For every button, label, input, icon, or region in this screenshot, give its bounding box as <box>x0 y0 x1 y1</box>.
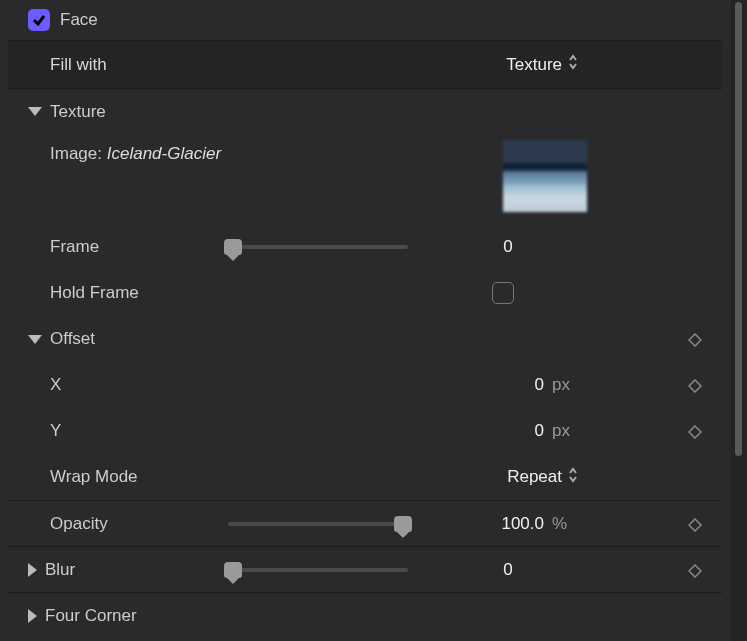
offset-x-row: X 0 px <box>8 362 722 408</box>
opacity-slider[interactable] <box>228 522 408 526</box>
disclosure-right-icon[interactable] <box>28 563 37 577</box>
vertical-scrollbar[interactable] <box>731 0 747 641</box>
slider-thumb-icon <box>394 516 412 532</box>
popup-arrows-icon <box>568 467 578 488</box>
frame-value[interactable]: 0 <box>438 237 578 257</box>
frame-row: Frame 0 <box>8 224 722 270</box>
wrap-mode-row: Wrap Mode Repeat <box>8 454 722 500</box>
svg-marker-4 <box>689 565 701 577</box>
keyframe-icon[interactable] <box>688 517 702 531</box>
fill-with-label: Fill with <box>50 55 107 75</box>
blur-slider[interactable] <box>228 568 408 572</box>
popup-arrows-icon <box>568 54 578 75</box>
offset-x-unit: px <box>552 375 578 395</box>
hold-frame-row: Hold Frame <box>8 270 722 316</box>
slider-thumb-icon <box>224 239 242 255</box>
four-corner-row[interactable]: Four Corner <box>8 592 722 638</box>
fill-with-value: Texture <box>506 55 562 75</box>
keyframe-icon[interactable] <box>688 563 702 577</box>
offset-y-value[interactable]: 0 <box>535 421 544 441</box>
four-corner-label: Four Corner <box>45 606 137 626</box>
image-row: Image: Iceland-Glacier <box>8 134 722 224</box>
hold-frame-checkbox[interactable] <box>492 282 514 304</box>
offset-header-row[interactable]: Offset <box>8 316 722 362</box>
slider-thumb-icon <box>224 562 242 578</box>
fill-with-popup[interactable]: Texture <box>506 54 578 75</box>
wrap-mode-value: Repeat <box>507 467 562 487</box>
disclosure-right-icon <box>28 609 37 623</box>
offset-y-label: Y <box>50 421 61 441</box>
svg-marker-0 <box>689 334 701 346</box>
svg-marker-2 <box>689 426 701 438</box>
svg-marker-3 <box>689 519 701 531</box>
scrollbar-thumb[interactable] <box>735 2 742 456</box>
keyframe-icon[interactable] <box>688 424 702 438</box>
offset-y-row: Y 0 px <box>8 408 722 454</box>
disclosure-down-icon <box>28 107 42 116</box>
texture-header-row[interactable]: Texture <box>8 88 722 134</box>
wrap-mode-popup[interactable]: Repeat <box>507 467 578 488</box>
frame-slider[interactable] <box>228 245 408 249</box>
offset-header: Offset <box>50 329 95 349</box>
offset-y-unit: px <box>552 421 578 441</box>
offset-x-label: X <box>50 375 61 395</box>
image-thumbnail[interactable] <box>503 140 587 212</box>
offset-x-value[interactable]: 0 <box>535 375 544 395</box>
blur-row: Blur 0 <box>8 546 722 592</box>
opacity-unit: % <box>552 514 578 534</box>
blur-value[interactable]: 0 <box>438 560 578 580</box>
opacity-row: Opacity 100.0 % <box>8 500 722 546</box>
opacity-label: Opacity <box>50 514 108 534</box>
opacity-value[interactable]: 100.0 <box>501 514 544 534</box>
image-label: Image: <box>50 144 102 164</box>
disclosure-down-icon <box>28 335 42 344</box>
fill-with-row: Fill with Texture <box>8 40 722 88</box>
keyframe-icon[interactable] <box>688 378 702 392</box>
blur-label: Blur <box>45 560 75 580</box>
face-title: Face <box>60 10 98 30</box>
image-name: Iceland-Glacier <box>107 144 221 164</box>
hold-frame-label: Hold Frame <box>50 283 139 303</box>
keyframe-icon[interactable] <box>688 332 702 346</box>
svg-marker-1 <box>689 380 701 392</box>
face-section-header: Face <box>8 0 722 40</box>
frame-label: Frame <box>50 237 99 257</box>
wrap-mode-label: Wrap Mode <box>50 467 138 487</box>
face-checkbox[interactable] <box>28 9 50 31</box>
texture-header: Texture <box>50 102 106 122</box>
